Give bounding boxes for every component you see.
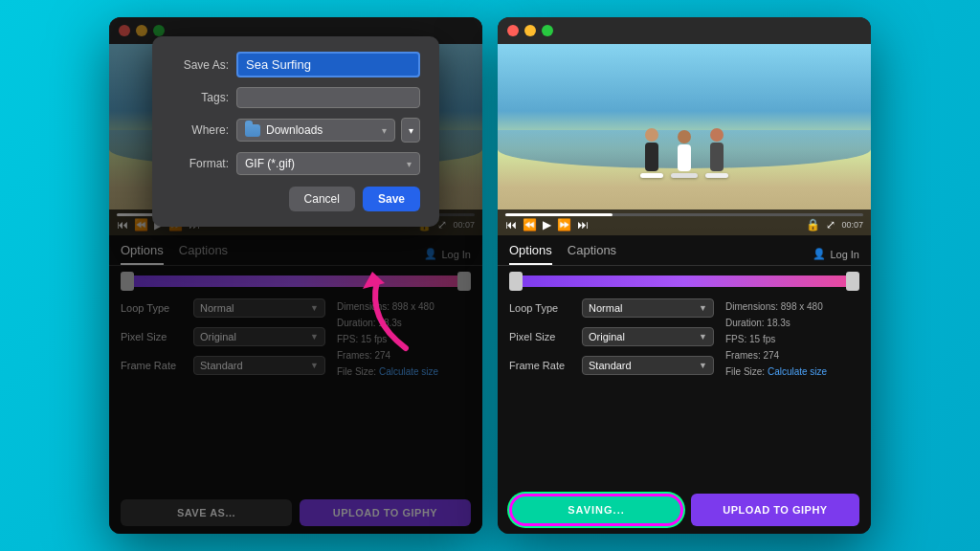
titlebar-right [498, 17, 871, 44]
options-info-right: Dimensions: 898 x 480 Duration: 18.3s FP… [725, 298, 859, 480]
info-dimensions-right: Dimensions: 898 x 480 [725, 298, 859, 315]
format-arrow: ▾ [407, 159, 412, 169]
frame-rate-arrow-right: ▼ [699, 361, 707, 370]
save-as-dialog-label: Save As: [171, 58, 229, 72]
progress-bar-right[interactable] [505, 213, 863, 216]
tags-label: Tags: [171, 91, 229, 104]
user-icon-right: 👤 [813, 248, 826, 260]
where-row: Where: Downloads ▾ ▾ [171, 118, 420, 143]
login-label-right: Log In [830, 249, 859, 260]
range-container-right [498, 266, 871, 293]
bottom-panel-right: Options Captions 👤 Log In Loop Type Norm… [498, 235, 871, 534]
save-as-row: Save As: [171, 52, 420, 77]
frame-rate-label-right: Frame Rate [509, 360, 574, 371]
footer-btns-right: SAVING... UPLOAD TO GIPHY [498, 486, 871, 534]
where-select[interactable]: Downloads ▾ [236, 119, 395, 142]
save-as-input[interactable] [236, 52, 420, 77]
lock-icon-right[interactable]: 🔒 [806, 218, 820, 231]
range-thumb-left-right[interactable] [509, 272, 523, 291]
cancel-button[interactable]: Cancel [289, 187, 355, 211]
surfer-r-1 [640, 128, 663, 178]
forward-button-right[interactable]: ⏩ [557, 218, 571, 231]
close-button-right[interactable] [507, 25, 519, 36]
left-window: ⏮ ⏪ ▶ ⏩ ⏭ 🔒 ⤢ 00:07 Options Captions 👤 L… [109, 17, 482, 534]
info-duration-right: Duration: 18.3s [725, 315, 859, 331]
controls-row-right: ⏮ ⏪ ▶ ⏩ ⏭ 🔒 ⤢ 00:07 [505, 218, 863, 231]
where-arrow: ▾ [382, 125, 387, 136]
info-frames-right: Frames: 274 [725, 347, 859, 364]
back-button-right[interactable]: ⏪ [523, 218, 537, 231]
video-player-right: ⏮ ⏪ ▶ ⏩ ⏭ 🔒 ⤢ 00:07 [498, 44, 871, 235]
dialog-buttons: Cancel Save [171, 187, 420, 211]
saving-button[interactable]: SAVING... [509, 494, 683, 526]
beach-scene-right [498, 44, 871, 235]
frame-rate-row-right: Frame Rate Standard ▼ [509, 356, 714, 375]
loop-type-row-right: Loop Type Normal ▼ [509, 298, 714, 318]
loop-type-select-right[interactable]: Normal ▼ [582, 298, 714, 318]
pixel-size-label-right: Pixel Size [509, 331, 574, 342]
format-select[interactable]: GIF (*.gif) ▾ [236, 152, 420, 175]
end-button-right[interactable]: ⏭ [577, 218, 589, 231]
pixel-size-row-right: Pixel Size Original ▼ [509, 327, 714, 346]
where-select-group: Downloads ▾ ▾ [236, 118, 420, 143]
tabs-right: Options Captions 👤 Log In [498, 235, 871, 266]
range-track-right[interactable] [509, 276, 859, 287]
pixel-size-select-right[interactable]: Original ▼ [582, 327, 714, 346]
save-dialog: Save As: Tags: Where: Downloads ▾ ▾ [152, 36, 439, 227]
range-thumb-right-right[interactable] [846, 272, 859, 291]
time-end-right: 00:07 [841, 220, 863, 230]
format-row: Format: GIF (*.gif) ▾ [171, 152, 420, 175]
surfer-r-2 [671, 130, 698, 178]
play-button-right[interactable]: ▶ [543, 218, 551, 231]
save-dialog-button[interactable]: Save [363, 187, 420, 211]
where-expand-arrow[interactable]: ▾ [401, 118, 420, 143]
options-grid-right: Loop Type Normal ▼ Pixel Size Original ▼… [498, 293, 871, 486]
tab-options-right[interactable]: Options [509, 243, 552, 265]
login-button-right[interactable]: 👤 Log In [813, 248, 859, 260]
where-label: Where: [171, 123, 229, 137]
expand-icon-right[interactable]: ⤢ [826, 218, 835, 231]
pink-arrow [348, 262, 425, 362]
progress-fill-right [505, 213, 612, 216]
options-controls-right: Loop Type Normal ▼ Pixel Size Original ▼… [509, 298, 714, 480]
loop-type-arrow-right: ▼ [699, 303, 707, 313]
info-filesize-right: File Size: Calculate size [725, 364, 859, 380]
info-fps-right: FPS: 15 fps [725, 331, 859, 347]
video-controls-right: ⏮ ⏪ ▶ ⏩ ⏭ 🔒 ⤢ 00:07 [498, 209, 871, 235]
surfer-r-3 [705, 128, 728, 178]
maximize-button-right[interactable] [542, 25, 553, 36]
calc-size-link-right[interactable]: Calculate size [768, 366, 827, 377]
rewind-button-right[interactable]: ⏮ [505, 218, 517, 231]
tags-row: Tags: [171, 87, 420, 108]
upload-giphy-button-right[interactable]: UPLOAD TO GIPHY [691, 494, 859, 526]
folder-icon [245, 124, 260, 137]
surfers-group-right [640, 128, 728, 178]
pixel-size-arrow-right: ▼ [699, 332, 707, 342]
format-label: Format: [171, 157, 229, 170]
tab-captions-right[interactable]: Captions [568, 243, 616, 265]
right-window: ⏮ ⏪ ▶ ⏩ ⏭ 🔒 ⤢ 00:07 Options Captions 👤 L… [498, 17, 871, 534]
tags-input[interactable] [236, 87, 420, 108]
loop-type-label-right: Loop Type [509, 302, 574, 314]
frame-rate-select-right[interactable]: Standard ▼ [582, 356, 714, 375]
save-dialog-overlay: Save As: Tags: Where: Downloads ▾ ▾ [109, 17, 482, 534]
minimize-button-right[interactable] [524, 25, 536, 36]
